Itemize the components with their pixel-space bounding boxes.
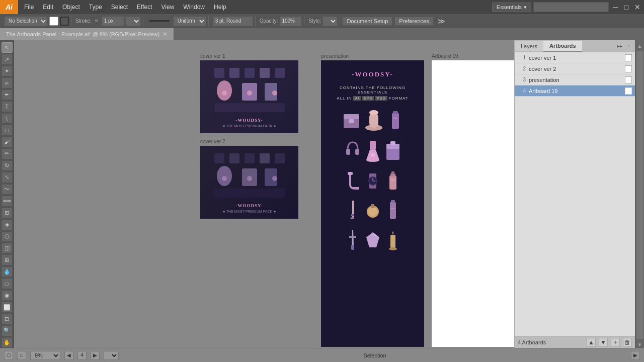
perspective-tool[interactable]: ⬡ — [2, 231, 13, 242]
delete-artboard-button[interactable]: 🗑 — [623, 338, 632, 347]
shape-builder-tool[interactable]: ◈ — [2, 219, 13, 230]
slice-tool[interactable]: ⊟ — [2, 314, 13, 324]
fill-color-btn[interactable] — [49, 17, 58, 26]
eyedropper-tool[interactable]: 💧 — [2, 266, 13, 277]
menu-effect[interactable]: Effect — [133, 2, 156, 13]
panel-expand-icon[interactable]: ▸▸ — [616, 42, 624, 50]
zoom-tool[interactable]: 🔍 — [2, 325, 13, 336]
nav-prev-btn[interactable]: ◀ — [64, 351, 73, 360]
rect-tool[interactable]: □ — [2, 125, 13, 135]
maximize-button[interactable]: □ — [622, 3, 631, 12]
line-tool[interactable]: \ — [2, 113, 13, 124]
width-tool[interactable]: ⟺ — [2, 196, 13, 206]
menu-file[interactable]: File — [20, 2, 38, 13]
artboards-tab[interactable]: Artboards — [543, 41, 582, 52]
svg-rect-49 — [390, 179, 395, 180]
close-button[interactable]: ✕ — [633, 3, 642, 12]
gradient-tool[interactable]: ◫ — [2, 243, 13, 253]
free-transform-tool[interactable]: ⊞ — [2, 208, 13, 218]
paintbrush-tool[interactable]: 🖌 — [2, 137, 13, 147]
svg-rect-0 — [214, 68, 224, 78]
pres-title: -WOODSY- — [352, 70, 393, 78]
preferences-button[interactable]: Preferences — [394, 17, 433, 26]
menu-type[interactable]: Type — [85, 2, 106, 13]
pres-row5 — [345, 229, 400, 251]
move-up-button[interactable]: ▲ — [587, 338, 596, 347]
symbol-tool[interactable]: ◉ — [2, 290, 13, 301]
icon-candle — [385, 229, 400, 251]
stroke-align-dropdown[interactable]: ⊟ — [126, 16, 141, 26]
search-input[interactable] — [533, 2, 609, 12]
status-left-btn[interactable]: ⬡ — [4, 351, 13, 360]
warp-tool[interactable]: 〜 — [2, 184, 13, 195]
pres-title-section: -WOODSY- — [352, 70, 393, 78]
hand-tool[interactable]: ✋ — [2, 337, 13, 348]
document-setup-button[interactable]: Document Setup — [342, 17, 392, 26]
canvas-area[interactable]: cover ver 1 — [14, 40, 514, 348]
zoom-select[interactable]: 9% — [30, 351, 60, 360]
blend-tool[interactable]: ⬭ — [2, 278, 13, 289]
pres-subtitle-section: CONTAINS THE FOLLOWING ESSENTIALS ALL IN… — [326, 85, 419, 101]
stroke-type-dropdown[interactable]: Uniform — [173, 16, 206, 26]
scroll-down-icon[interactable]: ▼ — [636, 341, 643, 348]
minimize-button[interactable]: ─ — [611, 3, 620, 12]
artboard-visibility-4[interactable] — [625, 87, 632, 95]
panel-content: 1 cover ver 1 2 cover ver 2 3 presentati… — [515, 52, 635, 336]
panel-toggle-button[interactable]: ≫ — [438, 17, 445, 25]
mesh-tool[interactable]: ⊞ — [2, 254, 13, 265]
menu-select[interactable]: Select — [107, 2, 132, 13]
scroll-thumb[interactable] — [636, 51, 643, 339]
artboard-tool[interactable]: ⬜ — [2, 302, 13, 312]
menu-edit[interactable]: Edit — [39, 2, 57, 13]
artboard-row-2[interactable]: 2 cover ver 2 — [515, 63, 635, 74]
rotate-tool[interactable]: ↻ — [2, 160, 13, 171]
selection-tool[interactable]: ↖ — [2, 42, 13, 53]
menu-view[interactable]: View — [157, 2, 179, 13]
statusbar-right-btn[interactable]: ▶ — [631, 351, 640, 360]
svg-rect-25 — [344, 114, 359, 119]
artboard-row-4[interactable]: 4 Artboard 19 — [515, 85, 635, 97]
move-down-button[interactable]: ▼ — [599, 338, 608, 347]
svg-rect-57 — [351, 245, 354, 250]
artboard-1-label: cover ver 1 — [200, 53, 225, 59]
stroke-value-input[interactable] — [102, 16, 124, 26]
artboard-select[interactable] — [104, 351, 119, 360]
style-dropdown[interactable] — [323, 16, 338, 26]
svg-rect-31 — [393, 111, 398, 114]
opacity-input[interactable] — [279, 16, 302, 26]
panel-menu-icon[interactable]: ≡ — [625, 42, 633, 50]
stroke-box-btn[interactable] — [60, 17, 69, 26]
cap-value-input[interactable] — [213, 16, 253, 26]
pencil-tool[interactable]: ✏ — [2, 148, 13, 159]
pen-tool[interactable]: ✒ — [2, 89, 13, 100]
lasso-tool[interactable]: ∞ — [2, 77, 13, 88]
artboard-visibility-3[interactable] — [625, 76, 632, 83]
direct-selection-tool[interactable]: ↗ — [2, 54, 13, 64]
artboard-num-3: 3 — [518, 77, 526, 82]
svg-rect-39 — [390, 141, 395, 145]
artboard-num-2: 2 — [518, 66, 526, 71]
scroll-up-icon[interactable]: ▲ — [636, 42, 643, 49]
artboard-visibility-2[interactable] — [625, 65, 632, 72]
menu-help[interactable]: Help — [210, 2, 230, 13]
document-tab[interactable]: The Artboards Panel - Example.ai* @ 9% (… — [0, 28, 174, 40]
type-tool[interactable]: T — [2, 101, 13, 112]
artboard-2-label: cover ver 2 — [200, 139, 225, 144]
magic-wand-tool[interactable]: ✦ — [2, 66, 13, 76]
scale-tool[interactable]: ⤡ — [2, 172, 13, 183]
tab-close-button[interactable]: ✕ — [163, 31, 168, 38]
new-artboard-button[interactable]: + — [611, 338, 620, 347]
menu-object[interactable]: Object — [58, 2, 84, 13]
layers-tab[interactable]: Layers — [515, 41, 543, 51]
artboard-row-1[interactable]: 1 cover ver 1 — [515, 52, 635, 63]
artboard-num-display[interactable]: 4 — [77, 351, 87, 360]
artboard-row-3[interactable]: 3 presentation — [515, 74, 635, 85]
menu-window[interactable]: Window — [179, 2, 209, 13]
selection-dropdown[interactable]: No Selection — [4, 16, 48, 26]
essentials-button[interactable]: Essentials ▾ — [492, 3, 531, 12]
status-artboard-btn[interactable]: □ — [17, 351, 26, 360]
nav-next-btn[interactable]: ▶ — [91, 351, 100, 360]
artboard-visibility-1[interactable] — [625, 54, 632, 61]
artboards-count: 4 Artboards — [518, 339, 546, 345]
icon-chest — [343, 110, 360, 130]
